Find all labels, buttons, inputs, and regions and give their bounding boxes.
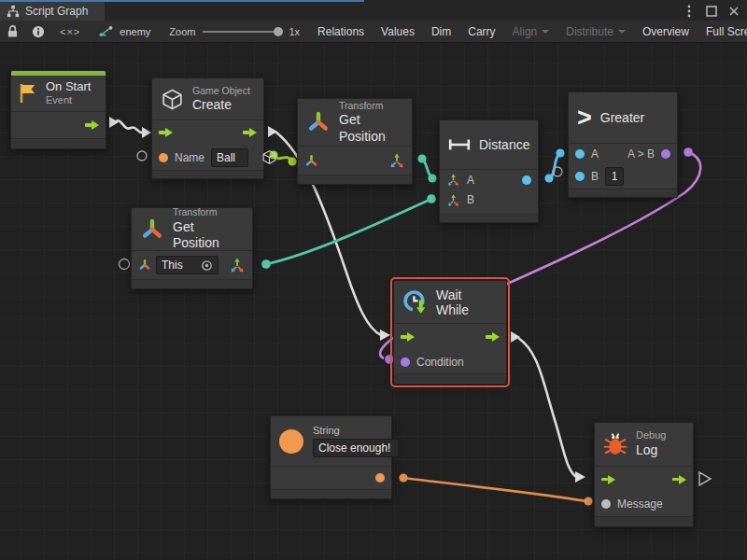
align-button[interactable]: Align (504, 21, 558, 42)
info-button[interactable] (25, 21, 51, 42)
node-footer (132, 279, 252, 288)
port-label: A (591, 147, 599, 161)
string-value-field[interactable] (313, 439, 399, 457)
flow-input-port[interactable] (601, 475, 615, 484)
maximize-icon[interactable] (702, 3, 721, 20)
node-title: String (313, 425, 399, 438)
transform-input-port[interactable] (304, 154, 318, 168)
node-string-literal[interactable]: String (270, 415, 392, 499)
code-icon: <×> (60, 26, 80, 37)
node-header: > Greater (569, 92, 677, 143)
string-circle-icon (279, 429, 303, 454)
result-output-port[interactable] (661, 149, 670, 159)
flow-output-port[interactable] (486, 332, 500, 342)
input-port-b[interactable] (575, 172, 585, 181)
message-input-port[interactable] (601, 499, 611, 509)
port-label: A (467, 174, 474, 187)
flow-output-port[interactable] (243, 128, 257, 137)
node-row: B (569, 164, 677, 189)
vector3-input-port-b[interactable] (446, 193, 460, 207)
values-button[interactable]: Values (373, 21, 423, 42)
node-subtitle: Event (46, 94, 91, 107)
overview-button[interactable]: Overview (634, 21, 698, 42)
node-header: String (271, 416, 391, 466)
target-field[interactable] (156, 256, 218, 274)
vector3-output-port[interactable] (229, 257, 246, 273)
name-value-field[interactable] (211, 148, 248, 167)
distribute-label: Distribute (566, 25, 613, 38)
chevron-down-icon (542, 30, 549, 34)
node-title: Get Position (173, 219, 241, 252)
target-value-input[interactable] (162, 259, 197, 272)
chevron-down-icon (618, 30, 626, 34)
node-header: On Start Event (11, 76, 106, 111)
dim-button[interactable]: Dim (423, 21, 459, 42)
port-label: B (467, 193, 474, 206)
fullscreen-button[interactable]: Full Screen (698, 21, 747, 42)
node-title: Distance (479, 137, 529, 152)
node-get-position-top[interactable]: Transform Get Position (297, 98, 413, 185)
node-footer (595, 516, 693, 526)
flow-output-port[interactable] (85, 120, 99, 130)
graph-name: enemy (120, 26, 150, 37)
graph-breadcrumb[interactable]: enemy (89, 21, 160, 42)
code-view-button[interactable]: <×> (51, 21, 89, 42)
node-row (298, 146, 412, 175)
carry-button[interactable]: Carry (459, 21, 503, 42)
tab-bar: Script Graph (0, 0, 747, 21)
tab-script-graph[interactable]: Script Graph (0, 2, 105, 21)
node-greater[interactable]: > Greater A A > B B (568, 91, 678, 198)
distribute-button[interactable]: Distribute (557, 21, 634, 42)
zoom-slider[interactable] (203, 31, 281, 33)
graph-toolbar: <×> enemy Zoom 1x Relations Values Dim C… (0, 21, 747, 43)
node-title: Get Position (339, 112, 401, 145)
node-header: Transform Get Position (298, 99, 412, 146)
name-input-port[interactable] (159, 153, 168, 162)
distance-icon (448, 137, 471, 152)
kebab-menu-icon[interactable] (680, 3, 698, 20)
gameobject-output-port[interactable] (261, 149, 277, 165)
transform-input-port[interactable] (138, 259, 151, 272)
distance-output-port[interactable] (522, 175, 531, 185)
cube-icon (161, 88, 184, 111)
node-row: Message (595, 492, 693, 516)
node-distance[interactable]: Distance A B (439, 119, 539, 223)
zoom-slider-handle[interactable] (274, 27, 283, 36)
node-footer (569, 189, 677, 197)
window-controls (680, 2, 743, 21)
flag-icon (18, 82, 38, 105)
string-output-port[interactable] (375, 473, 385, 483)
node-category: Game Object (192, 85, 250, 97)
hierarchy-icon (7, 5, 20, 18)
tab-title: Script Graph (25, 5, 88, 18)
node-row: Condition (394, 350, 506, 373)
relations-button[interactable]: Relations (309, 21, 373, 42)
flow-input-port[interactable] (401, 332, 415, 342)
clock-wait-icon (402, 289, 428, 315)
node-footer (394, 373, 506, 384)
input-port-a[interactable] (575, 149, 585, 159)
greater-icon: > (577, 105, 592, 131)
lock-button[interactable] (0, 21, 25, 42)
node-title: Log (636, 442, 666, 459)
flow-output-port[interactable] (672, 475, 686, 484)
transform-gizmo-icon (140, 217, 164, 242)
flow-input-port[interactable] (159, 128, 173, 137)
node-debug-log[interactable]: Debug Log Message (594, 422, 694, 527)
close-icon[interactable] (725, 3, 743, 20)
node-get-position-bottom[interactable]: Transform Get Position (131, 207, 253, 289)
node-wait-while[interactable]: Wait While Condition (393, 280, 507, 385)
align-label: Align (513, 25, 538, 38)
node-row: A A > B (569, 143, 677, 164)
node-on-start-event[interactable]: On Start Event (10, 70, 106, 149)
target-icon[interactable] (201, 259, 213, 272)
node-header: Wait While (394, 281, 506, 323)
vector3-input-port-a[interactable] (446, 173, 460, 187)
node-footer (11, 138, 106, 148)
bug-icon (603, 432, 627, 456)
condition-input-port[interactable] (401, 357, 410, 367)
lock-icon (7, 24, 19, 38)
vector3-output-port[interactable] (388, 152, 405, 169)
node-gameobject-create[interactable]: Game Object Create Name (151, 77, 264, 179)
b-value-field[interactable] (605, 167, 624, 186)
